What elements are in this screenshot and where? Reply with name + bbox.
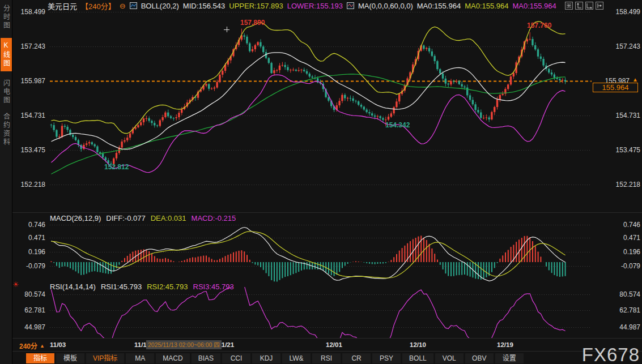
axis-label: 155.987 bbox=[16, 77, 45, 85]
chart-window: 分时图K线图闪电图合约资料 美元日元 【240分】 ⊖ BOLL(20,2) M… bbox=[0, 0, 642, 364]
sidebar-tab-flash-chart[interactable]: 闪电图 bbox=[1, 79, 12, 105]
axis-label: 158.499 bbox=[16, 8, 45, 16]
y-axis-scale-icon[interactable] bbox=[575, 2, 583, 10]
axis-label: 153.475 bbox=[616, 146, 640, 154]
toolbar-item-cr[interactable]: CR bbox=[342, 353, 371, 363]
toolbar-item-macd[interactable]: MACD bbox=[156, 353, 189, 363]
toolbar-item-settings[interactable]: 设置 bbox=[495, 353, 524, 363]
ma-mini-chart-icon bbox=[347, 2, 354, 9]
toolbar-item-indicator[interactable]: 指标 bbox=[26, 353, 54, 363]
time-label: 12/19 bbox=[497, 341, 513, 348]
rsi-name: RSI(14,14,14) bbox=[50, 282, 96, 291]
toolbar-item-vip-indicator[interactable]: VIP指标 bbox=[86, 353, 124, 363]
crosshair-tool-icon[interactable] bbox=[565, 2, 573, 10]
axis-label: 0.471 bbox=[16, 234, 45, 242]
period-badge[interactable]: 【240分】 bbox=[81, 1, 116, 11]
indicator-settings-icon[interactable]: ☀ bbox=[12, 280, 19, 289]
time-label: 11/03 bbox=[50, 341, 66, 348]
price-annotation: 152.812 bbox=[104, 163, 129, 171]
ma0-white: MA0:155.964 bbox=[417, 2, 461, 10]
price-annotation: 157.890 bbox=[240, 19, 265, 27]
period-text: 240分 bbox=[19, 341, 37, 350]
axis-label: -0.079 bbox=[16, 262, 45, 270]
x-axis-scale-icon[interactable] bbox=[585, 2, 593, 10]
current-price-box: 155.964 bbox=[593, 83, 638, 92]
watermark: FX678 bbox=[582, 346, 640, 364]
axis-label: 0.196 bbox=[623, 248, 640, 256]
axis-label: 62.781 bbox=[16, 306, 45, 314]
chart-tool-buttons bbox=[565, 2, 603, 10]
boll-mid: MID:156.543 bbox=[183, 2, 225, 10]
toolbar-item-obv[interactable]: OBV bbox=[465, 353, 494, 363]
axis-label: 0.471 bbox=[623, 234, 640, 242]
sidebar-tab-time-chart[interactable]: 分时图 bbox=[1, 5, 12, 30]
axis-label: 152.218 bbox=[16, 181, 45, 189]
symbol-title: 美元日元 bbox=[48, 1, 77, 11]
period-up-icon: ▲ bbox=[40, 343, 45, 349]
rsi2-value: RSI2:45.793 bbox=[147, 282, 188, 291]
macd-header: MACD(26,12,9) DIFF:-0.077 DEA:0.031 MACD… bbox=[50, 214, 236, 222]
boll-label: BOLL(20,2) bbox=[141, 2, 179, 10]
axis-label: 0.746 bbox=[16, 221, 45, 229]
price-up-arrow-icon: ▲ bbox=[632, 76, 638, 83]
axis-label: 44.987 bbox=[16, 323, 45, 331]
toolbar-item-bias[interactable]: BIAS bbox=[192, 353, 220, 363]
axis-label: 158.499 bbox=[616, 8, 640, 16]
chart-canvas[interactable] bbox=[0, 0, 642, 364]
price-annotation: 157.760 bbox=[527, 22, 551, 29]
axis-label: 154.731 bbox=[616, 112, 640, 119]
sidebar: 分时图K线图闪电图合约资料 bbox=[0, 0, 12, 364]
collapse-icon[interactable]: ⊖ bbox=[120, 2, 126, 10]
toolbar-item-ma[interactable]: MA bbox=[126, 353, 154, 363]
toolbar-item-boll[interactable]: BOLL bbox=[402, 353, 433, 363]
axis-label: 153.475 bbox=[16, 146, 45, 154]
toolbar-item-vol[interactable]: VOL bbox=[435, 353, 464, 363]
toolbar-item-rsi[interactable]: RSI bbox=[312, 353, 341, 363]
rsi1-value: RSI1:45.793 bbox=[101, 282, 142, 291]
boll-mini-chart-icon bbox=[130, 2, 137, 9]
sidebar-tab-kline-chart[interactable]: K线图 bbox=[1, 38, 12, 71]
time-tooltip: 2025/11/13 02:00~06:00 四 bbox=[146, 340, 222, 349]
boll-lower: LOWER:155.193 bbox=[287, 2, 343, 10]
boll-upper: UPPER:157.893 bbox=[229, 2, 283, 10]
time-label: 12/10 bbox=[410, 341, 426, 348]
rsi3-value: RSI3:45.793 bbox=[193, 282, 234, 291]
rsi-header: RSI(14,14,14) RSI1:45.793 RSI2:45.793 RS… bbox=[50, 282, 234, 291]
macd-dea: DEA:0.031 bbox=[151, 214, 186, 222]
macd-value: MACD:-0.215 bbox=[192, 214, 236, 222]
toolbar-item-psy[interactable]: PSY bbox=[372, 353, 401, 363]
ma0-magenta: MA0:155.964 bbox=[512, 2, 556, 10]
period-selector[interactable]: 240分 ▲ bbox=[19, 341, 45, 350]
shift-right-icon[interactable] bbox=[596, 2, 603, 10]
toolbar-item-lwr[interactable]: LW& bbox=[282, 353, 311, 363]
macd-name: MACD(26,12,9) bbox=[50, 214, 101, 222]
axis-label: 0.196 bbox=[16, 248, 45, 256]
axis-label: -0.079 bbox=[621, 262, 640, 270]
toolbar-item-kdj[interactable]: KDJ bbox=[252, 353, 280, 363]
ma-label: MA(0,0,0,60,0,0) bbox=[358, 2, 413, 10]
ma0-yellow: MA0:155.964 bbox=[465, 2, 508, 10]
axis-label: 152.218 bbox=[616, 181, 640, 189]
axis-label: 80.574 bbox=[16, 290, 45, 298]
axis-label: 154.731 bbox=[16, 112, 45, 119]
axis-label: 0.746 bbox=[623, 221, 640, 229]
axis-label: 44.987 bbox=[619, 323, 640, 331]
indicator-toolbar: 指标模板VIP指标MAMACDBIASCCIKDJLW&RSICRPSYBOLL… bbox=[26, 352, 642, 364]
axis-label: 80.574 bbox=[619, 290, 640, 298]
toolbar-item-cci[interactable]: CCI bbox=[222, 353, 250, 363]
axis-label: 157.243 bbox=[616, 42, 640, 50]
price-annotation: 154.342 bbox=[385, 121, 410, 129]
macd-diff: DIFF:-0.077 bbox=[106, 214, 145, 222]
top-indicator-bar: 美元日元 【240分】 ⊖ BOLL(20,2) MID:156.543 UPP… bbox=[48, 1, 556, 10]
toolbar-item-template[interactable]: 模板 bbox=[56, 353, 84, 363]
axis-label: 62.781 bbox=[619, 306, 640, 314]
axis-label: 157.243 bbox=[16, 42, 45, 50]
sidebar-tab-contract-info[interactable]: 合约资料 bbox=[1, 113, 12, 147]
time-label: 12/01 bbox=[326, 341, 342, 348]
